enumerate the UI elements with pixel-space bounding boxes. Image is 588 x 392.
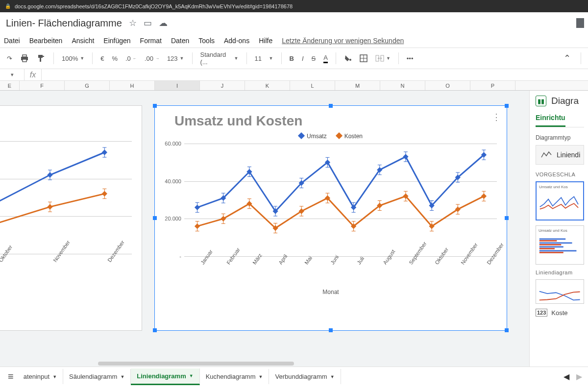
browser-url-bar: 🔒 docs.google.com/spreadsheets/d/16sZAG8…: [0, 0, 588, 12]
col-P[interactable]: P: [470, 81, 515, 90]
svg-rect-50: [539, 242, 572, 244]
chart-type-label: Diagrammtyp: [536, 134, 584, 141]
decrease-decimal[interactable]: .0←: [122, 53, 140, 64]
paint-format-icon[interactable]: [34, 52, 49, 65]
menu-insert[interactable]: Einfügen: [103, 37, 130, 45]
col-E[interactable]: E: [0, 81, 20, 90]
chart-menu-icon[interactable]: ⋮: [492, 112, 501, 122]
svg-rect-54: [539, 250, 577, 252]
document-title[interactable]: Linien- Flächendiagramme: [6, 18, 122, 29]
svg-rect-1: [23, 55, 26, 57]
sheet-tabs-bar: ≡ ateninput▼ Säulendiagramm▼ Liniendiagr…: [0, 367, 588, 386]
chart-suggestion-bar[interactable]: Umsatz und Kos: [536, 225, 584, 265]
menu-file[interactable]: Datei: [4, 37, 20, 45]
text-color-icon[interactable]: A: [320, 52, 331, 65]
sheet-tab-linien[interactable]: Liniendiagramm▼: [131, 368, 199, 385]
koste-label: Koste: [551, 309, 567, 317]
sheet-tab-kuchen[interactable]: Kuchendiagramm▼: [200, 369, 270, 384]
menu-data[interactable]: Daten: [171, 37, 189, 45]
svg-rect-48: [539, 238, 565, 240]
redo-icon[interactable]: ↷: [4, 53, 15, 64]
fx-label: fx: [24, 69, 42, 80]
toolbar: ↷ 100%▼ € % .0← .00→ 123▼ Standard (...▼…: [0, 48, 588, 69]
col-K[interactable]: K: [245, 81, 290, 90]
col-M[interactable]: M: [335, 81, 380, 90]
svg-rect-51: [539, 244, 562, 245]
borders-icon[interactable]: [357, 52, 370, 64]
lock-icon: 🔒: [5, 3, 11, 9]
menu-edit[interactable]: Bearbeiten: [29, 37, 63, 45]
horizontal-scrollbar[interactable]: [0, 361, 529, 367]
currency-format[interactable]: €: [98, 53, 107, 64]
menu-addons[interactable]: Add-ons: [224, 37, 249, 45]
col-F[interactable]: F: [20, 81, 65, 90]
chart-editor-panel: ▮▮ Diagra Einrichtu Diagrammtyp Liniendi…: [529, 91, 588, 367]
menu-bar: Datei Bearbeiten Ansicht Einfügen Format…: [0, 34, 588, 48]
tab-setup[interactable]: Einrichtu: [536, 114, 565, 127]
collapse-toolbar-icon[interactable]: ⌃: [564, 53, 571, 64]
sheet-tab-verbund[interactable]: Verbunddiagramm▼: [269, 369, 341, 384]
col-I[interactable]: I: [155, 81, 200, 90]
chart-title: Umsatz und Kosten: [174, 113, 507, 129]
chart-plot: -20.00040.00060.000: [184, 144, 497, 256]
merge-cells-icon[interactable]: ▼: [372, 53, 393, 64]
menu-tools[interactable]: Tools: [198, 37, 215, 45]
increase-decimal[interactable]: .00→: [142, 53, 162, 64]
star-icon[interactable]: ☆: [129, 18, 137, 28]
col-G[interactable]: G: [65, 81, 110, 90]
menu-help[interactable]: Hilfe: [259, 37, 272, 45]
move-folder-icon[interactable]: ▭: [144, 18, 152, 28]
chart-plot-left: -20.00040.00060.000: [0, 141, 132, 254]
col-H[interactable]: H: [110, 81, 155, 90]
chart-main[interactable]: ⋮ Umsatz und Kosten Umsatz Kosten -20.00…: [154, 105, 507, 331]
chart-editor-title: Diagra: [551, 96, 579, 106]
font-select[interactable]: Standard (...▼: [197, 49, 242, 68]
svg-rect-4: [43, 56, 44, 57]
col-N[interactable]: N: [380, 81, 425, 90]
chart-suggestion-line[interactable]: Umsatz und Kos: [536, 181, 584, 220]
sheet-tab-saulen[interactable]: Säulendiagramm▼: [63, 369, 131, 384]
comments-icon[interactable]: [576, 18, 584, 28]
strikethrough-icon[interactable]: S: [309, 53, 319, 64]
svg-rect-49: [539, 240, 557, 242]
menu-view[interactable]: Ansicht: [72, 37, 94, 45]
doc-header: Linien- Flächendiagramme ☆ ▭ ☁: [0, 12, 588, 34]
formula-input[interactable]: [42, 69, 588, 80]
last-edit-link[interactable]: Letzte Änderung vor wenigen Sekunden: [282, 37, 404, 45]
chart-editor-icon: ▮▮: [536, 96, 546, 106]
bold-icon[interactable]: B: [287, 53, 297, 64]
percent-format[interactable]: %: [109, 53, 121, 64]
spreadsheet-canvas[interactable]: sten -20.00040.00060.000 liAugustSeptemb…: [0, 91, 529, 367]
menu-format[interactable]: Format: [140, 37, 162, 45]
font-size-select[interactable]: 11▼: [252, 53, 276, 64]
chart-legend: Umsatz Kosten: [155, 133, 507, 140]
italic-icon[interactable]: I: [299, 53, 307, 64]
tab-scroll-left-icon[interactable]: ◀: [562, 370, 571, 383]
chart-left-preview[interactable]: sten -20.00040.00060.000 liAugustSeptemb…: [0, 105, 142, 331]
chart-x-axis-title: Monat: [155, 289, 507, 295]
sheet-tab-dateninput[interactable]: ateninput▼: [18, 369, 63, 384]
number-format[interactable]: 123▼: [164, 53, 187, 64]
svg-point-6: [349, 59, 351, 61]
col-O[interactable]: O: [425, 81, 470, 90]
tab-scroll-right-icon[interactable]: ▶: [574, 370, 584, 383]
svg-rect-5: [40, 58, 41, 62]
svg-rect-3: [38, 55, 43, 58]
more-icon[interactable]: •••: [404, 53, 416, 64]
cloud-status-icon[interactable]: ☁: [159, 18, 168, 28]
url-text: docs.google.com/spreadsheets/d/16sZAG8C1…: [15, 3, 293, 9]
zoom-select[interactable]: 100%▼: [59, 53, 87, 64]
add-sheet-icon[interactable]: ≡: [4, 369, 18, 384]
svg-rect-2: [23, 59, 26, 62]
chart-suggestion-line2[interactable]: [536, 279, 584, 304]
print-icon[interactable]: [17, 52, 32, 65]
left-chart-fragment: sten: [0, 130, 142, 137]
svg-rect-55: [539, 252, 564, 253]
name-box[interactable]: ▾: [0, 69, 24, 80]
col-L[interactable]: L: [290, 81, 335, 90]
chart-type-select[interactable]: Liniendi: [536, 145, 584, 165]
col-J[interactable]: J: [200, 81, 245, 90]
column-headers: E F G H I J K L M N O P: [0, 81, 588, 91]
svg-rect-53: [539, 248, 555, 249]
fill-color-icon[interactable]: [341, 52, 355, 64]
